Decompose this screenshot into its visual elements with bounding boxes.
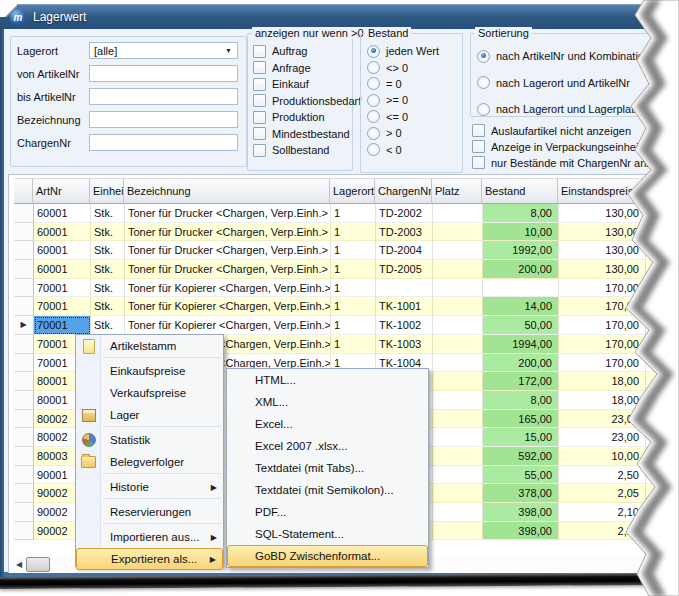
table-row[interactable]: 60001Stk.Toner für Drucker <Chargen, Ver… <box>14 260 679 279</box>
row-indicator[interactable] <box>14 484 34 503</box>
column-header-artnr[interactable]: ArtNr <box>33 178 90 204</box>
window-titlebar[interactable]: m Lagerwert <box>0 4 679 29</box>
cell-bestand[interactable]: 398,00 <box>483 503 559 522</box>
cell-chargennr[interactable]: TD-2004 <box>376 241 433 260</box>
submenu-item-sql-statement[interactable]: SQL-Statement... <box>227 523 428 545</box>
checkbox-anfrage[interactable] <box>253 61 266 74</box>
checkbox-sollbestand[interactable] <box>253 144 266 157</box>
submenu-item-textdatei-mit-tabs[interactable]: Textdatei (mit Tabs)... <box>227 457 428 479</box>
row-indicator[interactable] <box>14 204 34 223</box>
checkbox-auftrag[interactable] <box>253 45 266 58</box>
cell-bezeichnung[interactable]: Toner für Kopierer <Chargen, Verp.Einh.> <box>125 279 331 298</box>
table-row[interactable]: 60001Stk.Toner für Drucker <Chargen, Ver… <box>14 204 679 223</box>
menu-item-verkaufspreise[interactable]: Verkaufspreise <box>76 382 223 404</box>
radio-nach-artikelnr-und-kombinations[interactable] <box>477 50 490 63</box>
cell-chargennr[interactable]: TK-1003 <box>376 335 433 354</box>
cell-einheit[interactable]: Stk. <box>91 316 125 335</box>
menu-item-importieren-aus[interactable]: Importieren aus...▶ <box>76 526 223 548</box>
cell-bestand[interactable]: 14,00 <box>483 297 559 316</box>
cell-artnr[interactable]: 60001 <box>34 204 91 223</box>
submenu-item-pdf[interactable]: PDF... <box>227 501 428 523</box>
cell-chargennr[interactable]: TK-1002 <box>376 316 433 335</box>
checkbox-mindestbestand[interactable] <box>253 127 266 140</box>
cell-platz[interactable] <box>433 316 483 335</box>
checkbox-anzeige-in-verpackungseinheiten[interactable] <box>472 140 485 153</box>
row-indicator[interactable] <box>14 410 34 429</box>
lagerort-combobox[interactable]: [alle]▼ <box>89 42 238 59</box>
cell-platz[interactable] <box>433 466 483 485</box>
cell-platz[interactable] <box>433 223 483 242</box>
cell-bestand[interactable]: 1994,00 <box>483 335 559 354</box>
row-indicator[interactable] <box>14 260 34 279</box>
checkbox-einkauf[interactable] <box>253 78 266 91</box>
radio-jeden-wert[interactable] <box>367 45 380 58</box>
checkbox-nur-best-nde-mit-chargennr-anz[interactable] <box>472 156 485 169</box>
cell-bestand[interactable] <box>483 279 559 298</box>
cell-bestand[interactable]: 10,00 <box>483 223 559 242</box>
cell-platz[interactable] <box>433 241 483 260</box>
column-header-chargennr[interactable]: ChargenNr <box>375 178 432 204</box>
cell-bestand[interactable]: 15,00 <box>483 428 559 447</box>
bis-artikelnr-input[interactable] <box>89 88 238 105</box>
cell-einheit[interactable]: Stk. <box>91 223 125 242</box>
cell-bezeichnung[interactable]: Toner für Drucker <Chargen, Verp.Einh.> <box>125 204 331 223</box>
cell-bestand[interactable]: 398,00 <box>483 522 559 541</box>
cell-lagerort[interactable]: 1 <box>331 223 376 242</box>
cell-chargennr[interactable]: TD-2002 <box>376 204 433 223</box>
cell-einheit[interactable]: Stk. <box>91 297 125 316</box>
row-indicator[interactable] <box>14 466 34 485</box>
cell-platz[interactable] <box>433 372 483 391</box>
cell-chargennr[interactable]: TD-2005 <box>376 260 433 279</box>
radio-0[interactable] <box>367 77 380 90</box>
column-header-einheit[interactable]: Einheit <box>90 178 124 204</box>
cell-bestand[interactable]: 1992,00 <box>483 241 559 260</box>
cell-platz[interactable] <box>433 391 483 410</box>
cell-bestand[interactable]: 200,00 <box>483 354 559 373</box>
cell-artnr[interactable]: 70001 <box>34 316 91 335</box>
cell-platz[interactable] <box>433 522 483 541</box>
table-row[interactable]: 70001Stk.Toner für Kopierer <Chargen, Ve… <box>14 279 679 298</box>
von-artikelnr-input[interactable] <box>89 65 238 82</box>
row-indicator[interactable] <box>14 447 34 466</box>
cell-lagerort[interactable]: 1 <box>331 316 376 335</box>
cell-lagerort[interactable]: 1 <box>331 241 376 260</box>
menu-item-lager[interactable]: Lager <box>76 404 223 426</box>
cell-einheit[interactable]: Stk. <box>91 204 125 223</box>
cell-chargennr[interactable]: TD-2003 <box>376 223 433 242</box>
column-header-bezeichnung[interactable]: Bezeichnung <box>124 178 330 204</box>
submenu-item-textdatei-mit-semikolon[interactable]: Textdatei (mit Semikolon)... <box>227 479 428 501</box>
cell-artnr[interactable]: 60001 <box>34 223 91 242</box>
menu-item-reservierungen[interactable]: Reservierungen <box>76 501 223 523</box>
cell-platz[interactable] <box>433 204 483 223</box>
column-header-bestand[interactable]: Bestand <box>482 178 558 204</box>
submenu-item-excel-2007-xlsx[interactable]: Excel 2007 .xlsx... <box>227 435 428 457</box>
radio-0[interactable] <box>367 94 380 107</box>
cell-lagerort[interactable]: 1 <box>331 279 376 298</box>
cell-platz[interactable] <box>433 279 483 298</box>
cell-artnr[interactable]: 70001 <box>34 279 91 298</box>
cell-bestand[interactable]: 8,00 <box>483 204 559 223</box>
scrollbar-thumb[interactable] <box>26 557 50 572</box>
cell-bezeichnung[interactable]: Toner für Drucker <Chargen, Verp.Einh.> <box>125 260 331 279</box>
cell-bestand[interactable]: 165,00 <box>483 410 559 429</box>
row-indicator[interactable] <box>14 428 34 447</box>
checkbox-auslaufartikel-nicht-anzeigen[interactable] <box>472 124 485 137</box>
menu-item-belegverfolger[interactable]: Belegverfolger <box>76 451 223 473</box>
submenu-item-html[interactable]: HTML... <box>227 369 428 391</box>
cell-bestand[interactable]: 50,00 <box>483 316 559 335</box>
cell-platz[interactable] <box>433 484 483 503</box>
row-indicator[interactable] <box>14 335 34 354</box>
cell-platz[interactable] <box>433 297 483 316</box>
table-row[interactable]: 70001Stk.Toner für Kopierer <Chargen, Ve… <box>14 297 679 316</box>
radio-0[interactable] <box>367 127 380 140</box>
table-row[interactable]: 60001Stk.Toner für Drucker <Chargen, Ver… <box>14 223 679 242</box>
cell-lagerort[interactable]: 1 <box>331 335 376 354</box>
menu-item-einkaufspreise[interactable]: Einkaufspreise <box>76 360 223 382</box>
cell-platz[interactable] <box>433 335 483 354</box>
chevron-down-icon[interactable]: ▼ <box>225 47 232 54</box>
cell-bezeichnung[interactable]: Toner für Drucker <Chargen, Verp.Einh.> <box>125 223 331 242</box>
cell-platz[interactable] <box>433 354 483 373</box>
cell-lagerort[interactable]: 1 <box>331 260 376 279</box>
cell-einheit[interactable]: Stk. <box>91 260 125 279</box>
row-indicator[interactable] <box>14 503 34 522</box>
